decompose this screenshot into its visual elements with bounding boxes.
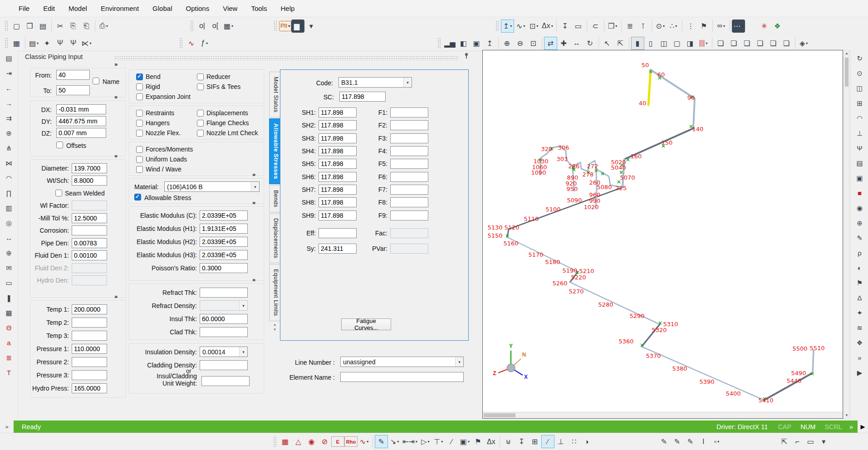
delta-group-expander[interactable]: » xyxy=(114,93,117,100)
code-dropdown-icon[interactable] xyxy=(403,78,412,87)
wave-view-button[interactable]: ≋ xyxy=(853,322,866,334)
wt-sch-input[interactable] xyxy=(72,176,107,186)
elastic-modulus-c-input[interactable] xyxy=(200,210,248,220)
win-2-button[interactable]: ❏ xyxy=(727,37,740,50)
pipe-den-input[interactable] xyxy=(72,238,107,248)
small-box-button[interactable]: ▫▾ xyxy=(710,435,723,448)
delta-x-button[interactable]: Δx▾ xyxy=(540,20,554,33)
dots-button[interactable]: ∷ xyxy=(568,435,581,448)
pipe-group-expander[interactable]: » xyxy=(114,152,117,159)
nozzle-lmt-check-checkbox[interactable] xyxy=(197,130,204,137)
bottom-caret-button[interactable]: ▾ xyxy=(817,435,830,448)
forces-moments-checkbox[interactable] xyxy=(136,146,143,153)
node-label-5130[interactable]: 5130 xyxy=(487,224,502,231)
corner-button[interactable]: ⌐ xyxy=(791,435,804,448)
sh2-input[interactable] xyxy=(319,120,357,130)
print-button[interactable]: ⎙▾ xyxy=(97,20,110,33)
stress-plot-button[interactable]: ∿▾ xyxy=(358,435,371,448)
sc-input[interactable] xyxy=(339,92,386,102)
delta-view-button[interactable]: Δ xyxy=(853,292,866,304)
code-combo[interactable]: B31.1 xyxy=(338,77,412,88)
temp-3-input[interactable] xyxy=(72,331,107,341)
menu-tools[interactable]: Tools xyxy=(244,0,274,17)
node-label-160[interactable]: 160 xyxy=(631,153,642,160)
attach-button[interactable]: ⊂ xyxy=(589,20,602,33)
node-label-286[interactable]: 286 xyxy=(569,163,580,170)
open-file-button[interactable]: ❒ xyxy=(23,20,36,33)
temp-group-expander[interactable]: » xyxy=(114,293,117,300)
diameter-input[interactable] xyxy=(72,163,107,173)
dynamic-input-button[interactable]: ∿ xyxy=(185,37,198,50)
warning-button[interactable]: △ xyxy=(292,435,305,448)
node-tools-button[interactable]: ⊙▾ xyxy=(654,20,667,33)
title-block-button[interactable]: T xyxy=(3,367,15,379)
hydro-den-input[interactable] xyxy=(72,275,107,285)
elastic-modulus-h1-input[interactable] xyxy=(200,224,248,234)
cladding-density-input[interactable] xyxy=(200,360,248,370)
rigid-checkbox[interactable] xyxy=(136,83,143,90)
node-label-60[interactable]: 60 xyxy=(657,71,665,78)
tab-displacements[interactable]: Displacements xyxy=(269,213,280,263)
pipe-run-button[interactable]: ▭ xyxy=(572,20,585,33)
node-label-5280[interactable]: 5280 xyxy=(598,301,613,308)
f7-input[interactable] xyxy=(390,185,428,195)
split-view-button[interactable]: ◫ xyxy=(853,82,866,95)
units-button[interactable]: a xyxy=(3,337,15,349)
hscroll-thumb[interactable] xyxy=(484,413,515,417)
restraints-checkbox[interactable] xyxy=(136,110,143,117)
input-list-button[interactable]: ▥ xyxy=(3,202,15,215)
flag-view-button[interactable]: ⚑ xyxy=(853,277,866,289)
fluid-den-1-input[interactable] xyxy=(72,250,107,260)
poisson-s-ratio-input[interactable] xyxy=(200,263,248,273)
dimension-button[interactable]: ↘▾ xyxy=(388,435,401,448)
fluid-den-2-input[interactable] xyxy=(72,263,107,273)
node-label-5290[interactable]: 5290 xyxy=(629,313,644,319)
special-execution-button[interactable]: Θ xyxy=(3,322,15,334)
node-label-5080[interactable]: 5080 xyxy=(597,184,612,191)
f8-input[interactable] xyxy=(390,197,428,207)
node-label-5490[interactable]: 5490 xyxy=(791,370,806,377)
triad-ball-icon[interactable] xyxy=(507,364,515,372)
tab-model-status[interactable]: Model Status xyxy=(269,72,280,117)
node-label-50[interactable]: 50 xyxy=(642,62,649,68)
element-name-input[interactable] xyxy=(340,372,464,382)
node-label-140[interactable]: 140 xyxy=(692,126,704,132)
annotate-button[interactable]: ✎ xyxy=(853,232,866,245)
vscroll-thumb[interactable] xyxy=(845,58,848,87)
model-options-button[interactable]: ▦▾ xyxy=(222,20,235,33)
node-up-button[interactable]: ↥▾ xyxy=(501,20,514,33)
node-check-button[interactable]: ◉ xyxy=(305,435,318,448)
node-label-1090[interactable]: 1090 xyxy=(531,169,546,176)
dx-input[interactable] xyxy=(56,104,106,114)
sy-input[interactable] xyxy=(319,244,357,254)
node-increment-button[interactable]: ⊛ xyxy=(3,127,15,140)
insert-flange-button[interactable]: o[ xyxy=(209,20,222,33)
move-button[interactable]: ↔ xyxy=(570,37,584,50)
expansion-joint-button[interactable]: ∏ xyxy=(3,187,15,200)
continue-element-button[interactable]: ⇉ xyxy=(3,112,15,125)
restraints-view-button[interactable]: ⊥ xyxy=(853,127,866,140)
slope-view-button[interactable]: ∕ xyxy=(445,435,458,448)
add-view-button[interactable]: ⊕ xyxy=(853,217,866,230)
pipe-frame-button[interactable]: ▭ xyxy=(804,435,817,448)
grid-snap-button[interactable]: ⊞ xyxy=(528,435,541,448)
node-label-990[interactable]: 990 xyxy=(589,197,601,204)
node-label-5500[interactable]: 5500 xyxy=(792,345,807,352)
reducer-checkbox[interactable] xyxy=(197,73,204,80)
flange-checks-checkbox[interactable] xyxy=(197,120,204,127)
node-label-5380[interactable]: 5380 xyxy=(672,365,687,372)
material-group-expander[interactable]: » xyxy=(252,171,255,178)
pipe-segment[interactable] xyxy=(648,70,651,105)
overflow-button[interactable]: » xyxy=(853,352,866,364)
render-translucent-button[interactable]: ◫ xyxy=(657,37,671,50)
insert-valve-button[interactable]: o| xyxy=(196,20,209,33)
sh8-input[interactable] xyxy=(319,197,357,207)
node-label-5170[interactable]: 5170 xyxy=(528,251,543,258)
flag-button[interactable]: ⚑ xyxy=(697,20,711,33)
wind-wave-checkbox[interactable] xyxy=(136,166,143,173)
node-label-5070[interactable]: 5070 xyxy=(620,174,635,181)
eff-input[interactable] xyxy=(319,228,357,238)
insulation-density-combo[interactable]: 0.00014 xyxy=(200,347,248,357)
node-label-5120[interactable]: 5120 xyxy=(504,224,519,231)
tab-allowable-stresses[interactable]: Allowable Stresses xyxy=(269,118,280,184)
